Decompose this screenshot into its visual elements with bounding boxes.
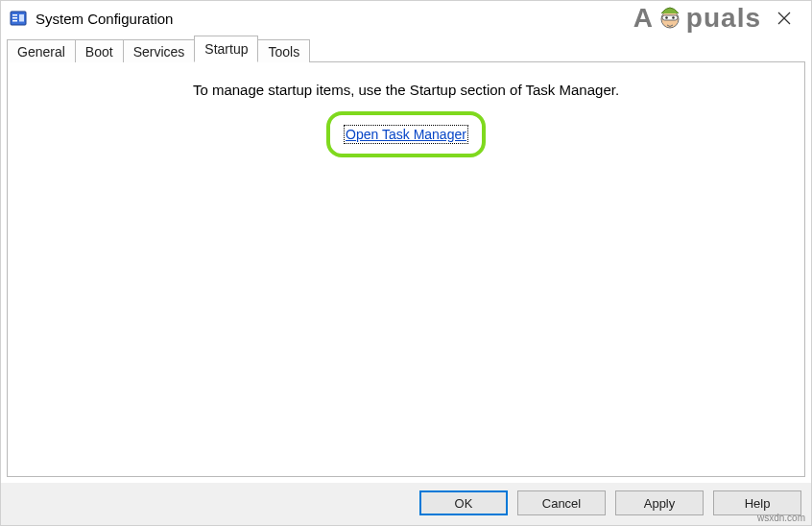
svg-rect-3	[12, 20, 17, 22]
ok-button[interactable]: OK	[419, 490, 508, 515]
startup-instruction: To manage startup items, use the Startup…	[193, 82, 619, 98]
svg-rect-4	[19, 14, 24, 22]
tab-startup[interactable]: Startup	[194, 36, 258, 62]
cancel-button[interactable]: Cancel	[517, 490, 606, 515]
svg-rect-1	[12, 14, 17, 16]
tab-services[interactable]: Services	[123, 39, 196, 63]
tabstrip-spacer	[309, 36, 805, 62]
open-task-manager-link[interactable]: Open Task Manager	[346, 127, 466, 142]
dialog-buttons: OK Cancel Apply Help	[1, 483, 811, 525]
tab-general[interactable]: General	[7, 39, 76, 63]
tab-tools[interactable]: Tools	[257, 39, 310, 63]
tab-boot[interactable]: Boot	[75, 39, 124, 63]
tab-content: To manage startup items, use the Startup…	[7, 62, 805, 477]
attribution-text: wsxdn.com	[757, 513, 805, 523]
tab-strip: General Boot Services Startup Tools	[1, 36, 811, 62]
svg-rect-2	[12, 17, 17, 19]
apply-button[interactable]: Apply	[615, 490, 704, 515]
close-icon	[777, 12, 791, 25]
window-title: System Configuration	[36, 11, 763, 27]
close-button[interactable]	[763, 4, 805, 33]
titlebar: System Configuration	[1, 1, 811, 36]
system-configuration-window: System Configuration A puals General Boo…	[0, 0, 812, 526]
highlight-annotation: Open Task Manager	[326, 111, 486, 157]
msconfig-icon	[9, 9, 28, 28]
